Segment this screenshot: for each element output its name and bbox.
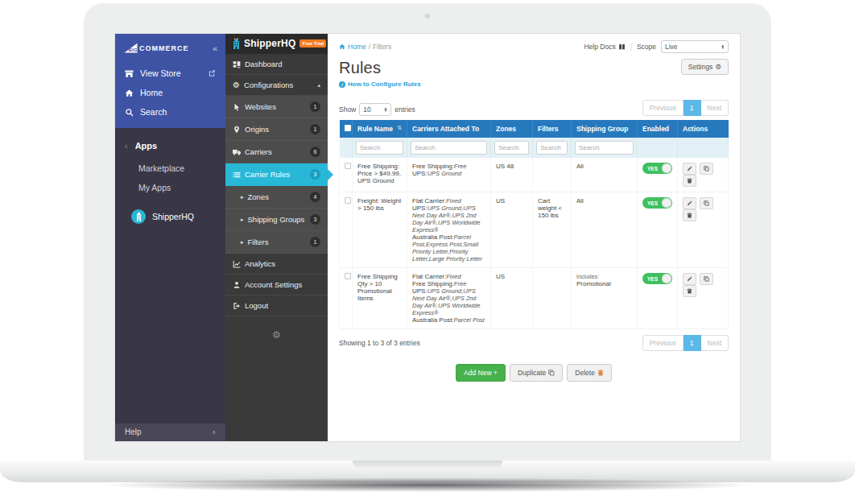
nav-origins[interactable]: Origins 1 [225,118,328,141]
header-enabled[interactable]: Enabled [638,120,678,138]
sidebar-item-apps[interactable]: ‹ Apps [115,128,225,159]
help-bar[interactable]: Help ∧ [115,423,225,441]
sidebar-item-marketplace[interactable]: Marketplace [115,159,225,178]
nav-zones[interactable]: ▸ Zones 4 [225,186,328,209]
row-checkbox[interactable] [345,273,351,279]
collapse-sidebar-icon[interactable]: « [213,43,217,53]
header-carriers[interactable]: Carriers Attached To [407,120,491,138]
nav-configurations[interactable]: ⚙ Configurations ▴ [225,75,328,96]
pagination-next-button[interactable]: Next [701,335,729,351]
header-rule-name[interactable]: ⇅Rule Name [353,120,407,138]
nav-label: Account Settings [245,280,302,289]
edit-row-button[interactable] [683,163,696,175]
nav-logout[interactable]: Logout [225,295,328,316]
delete-row-button[interactable] [683,175,696,187]
help-docs-link[interactable]: Help Docs [584,43,625,51]
header-filters[interactable]: Filters [533,120,572,138]
copy-icon [704,166,709,171]
copy-icon [548,370,555,376]
filters-cell [533,268,572,329]
entries-select[interactable]: 10 ▲▼ [359,103,391,116]
toggle-knob [662,198,671,208]
enabled-toggle[interactable]: YES [642,163,672,174]
chevron-up-icon: ∧ [212,429,216,436]
select-all-checkbox[interactable] [345,125,351,131]
map-pin-icon [233,126,241,134]
entries-label: entries [394,105,415,114]
enabled-toggle-label: YES [647,276,658,282]
logo-commerce-text: COMMERCE [139,44,189,52]
sidebar-item-home[interactable]: Home [115,83,225,102]
nav-filters[interactable]: ▸ Filters 1 [225,231,328,254]
laptop-notch [353,461,502,469]
nav-shipping-groups[interactable]: ▸ Shipping Groups 3 [225,209,328,231]
edit-row-button[interactable] [683,197,696,209]
logo-big-text: BIG [128,48,138,52]
pagination-current-page[interactable]: 1 [684,100,701,116]
table-row: Freight: Weight > 150 lbs Flat Carrier:F… [340,192,729,268]
bigcommerce-sidebar: BIG COMMERCE « View Store Home [115,34,225,441]
pencil-icon [687,276,692,282]
nav-websites[interactable]: Websites 1 [225,96,328,118]
search-input-filters[interactable] [536,141,568,155]
how-to-configure-link[interactable]: i How to Configure Rules [339,81,729,88]
nav-account-settings[interactable]: Account Settings [225,275,328,295]
shipperhq-brand: ShipperHQ Free Trial [225,34,328,54]
list-icon [233,171,241,179]
breadcrumb-home-link[interactable]: Home [339,43,366,51]
duplicate-row-button[interactable] [700,273,713,285]
gear-icon[interactable]: ⚙ [225,316,328,353]
delete-row-button[interactable] [683,209,696,221]
row-checkbox[interactable] [345,197,351,204]
search-input-zones[interactable] [494,141,529,155]
nav-analytics[interactable]: Analytics [225,254,328,275]
trash-icon [687,178,692,184]
logout-icon [233,302,241,310]
nav-carriers[interactable]: Carriers 6 [225,141,328,163]
nav-dashboard[interactable]: Dashboard [225,54,328,75]
app-viewport: BIG COMMERCE « View Store Home [115,34,740,441]
pagination-current-page[interactable]: 1 [684,335,701,351]
enabled-toggle[interactable]: YES [642,197,672,209]
pagination-top: Previous 1 Next [642,100,729,116]
pagination-previous-button[interactable]: Previous [642,100,684,116]
sort-icon[interactable]: ⇅ [397,125,402,131]
scope-select[interactable]: Live ▲▼ [661,40,729,53]
pagination-next-button[interactable]: Next [701,100,729,116]
row-checkbox[interactable] [345,163,351,169]
count-badge: 1 [310,237,320,247]
settings-button[interactable]: Settings ⚙ [681,59,729,75]
sidebar-item-shipperhq-app[interactable]: ShipperHQ [115,197,225,229]
delete-row-button[interactable] [683,285,696,297]
search-input-carriers[interactable] [411,141,487,155]
count-badge: 6 [310,147,320,157]
duplicate-row-button[interactable] [700,163,713,175]
nav-carrier-rules[interactable]: Carrier Rules 3 [225,163,328,186]
chevron-left-icon: ‹ [125,141,128,151]
duplicate-row-button[interactable] [700,197,713,209]
filters-cell [533,158,572,192]
pagination-previous-button[interactable]: Previous [642,335,684,351]
header-shipping-group[interactable]: Shipping Group [572,120,638,138]
edit-row-button[interactable] [683,273,696,285]
sidebar-item-my-apps[interactable]: My Apps [115,178,225,197]
home-icon [125,89,134,97]
sidebar-item-view-store[interactable]: View Store [115,64,225,83]
search-icon [125,108,134,117]
header-zones[interactable]: Zones [491,120,533,138]
enabled-toggle[interactable]: YES [642,273,672,284]
title-row: Rules Settings ⚙ [339,59,729,77]
search-input-shipping-group[interactable] [575,141,634,155]
add-new-button[interactable]: Add New + [456,364,506,382]
topbar-right: Help Docs | Scope Live ▲▼ [584,40,729,53]
bullet-icon: ▸ [241,217,244,223]
nav-label: Analytics [245,259,275,268]
duplicate-button[interactable]: Duplicate [510,364,563,382]
free-trial-badge: Free Trial [299,39,326,48]
search-input-rule-name[interactable] [356,141,403,155]
scope-value: Live [665,43,678,51]
enabled-toggle-label: YES [647,200,658,206]
sidebar-item-search[interactable]: Search [115,102,225,122]
pagination-bottom: Previous 1 Next [642,335,729,351]
delete-button[interactable]: Delete [567,364,612,382]
